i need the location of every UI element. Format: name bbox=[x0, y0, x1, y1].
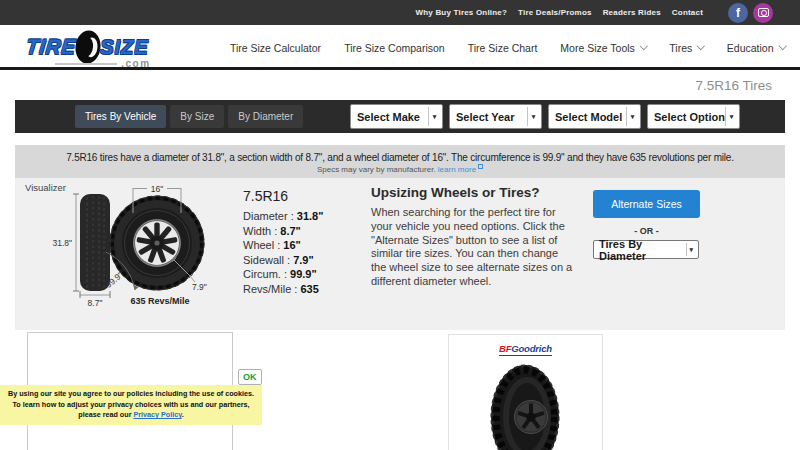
select-model[interactable]: Select Model ▾ bbox=[548, 104, 641, 129]
or-separator: - OR - bbox=[593, 226, 700, 236]
alternate-sizes-button[interactable]: Alternate Sizes bbox=[593, 190, 700, 218]
dropdown-arrow-icon: ▾ bbox=[725, 107, 737, 126]
tires-by-diameter-select[interactable]: Tires By Diameter ▾ bbox=[593, 240, 699, 259]
nav-tire-size-chart[interactable]: Tire Size Chart bbox=[468, 42, 538, 54]
dim-wheel-label: 16" bbox=[151, 184, 163, 194]
title-row: 7.5R16 Tires bbox=[0, 73, 772, 99]
spec-row-revs: Revs/Mile : 635 bbox=[243, 282, 323, 297]
spec-row-width: Width : 8.7" bbox=[243, 224, 323, 239]
tire-specs-list: 7.5R16 Diameter : 31.8" Width : 8.7" Whe… bbox=[243, 188, 323, 296]
visualizer-section: Visualizer 31.8" 8.7" bbox=[15, 178, 785, 330]
logo-text-tire: TIRE bbox=[25, 35, 77, 59]
logo-tire-icon bbox=[73, 29, 102, 66]
nav-tires[interactable]: Tires bbox=[669, 42, 703, 54]
search-tabs: Tires By Vehicle By Size By Diameter bbox=[75, 100, 303, 133]
select-year[interactable]: Select Year ▾ bbox=[449, 104, 542, 129]
page-root: Why Buy Tires Online? Tire Deals/Promos … bbox=[0, 0, 800, 450]
chevron-down-icon bbox=[778, 42, 786, 50]
dropdown-arrow-icon: ▾ bbox=[428, 107, 440, 126]
spec-row-circumference: Circum. : 99.9" bbox=[243, 267, 323, 282]
tiresize-logo[interactable]: TIRE SIZE .com bbox=[26, 30, 149, 64]
external-link-icon bbox=[478, 164, 483, 169]
upsizing-title: Upsizing Wheels or Tires? bbox=[371, 185, 576, 200]
nav-tire-size-comparison[interactable]: Tire Size Comparison bbox=[344, 42, 445, 54]
nav-tire-size-calculator[interactable]: Tire Size Calculator bbox=[230, 42, 321, 54]
spec-row-sidewall: Sidewall : 7.9" bbox=[243, 253, 323, 268]
learn-more-link[interactable]: learn more bbox=[438, 165, 476, 174]
tab-tires-by-vehicle[interactable]: Tires By Vehicle bbox=[75, 105, 166, 128]
logo-text-size: SIZE bbox=[100, 35, 149, 58]
revs-per-mile-label: 635 Revs/Mile bbox=[130, 296, 189, 306]
tire-side-view-image bbox=[80, 194, 110, 291]
search-toolbar: Tires By Vehicle By Size By Diameter Sel… bbox=[15, 100, 785, 133]
logo-swoosh bbox=[55, 63, 117, 65]
tire-summary-band: 7.5R16 tires have a diameter of 31.8", a… bbox=[15, 145, 785, 178]
dropdown-arrow-icon: ▾ bbox=[626, 107, 638, 126]
topbar-link-contact[interactable]: Contact bbox=[672, 8, 703, 17]
vehicle-selects: Select Make ▾ Select Year ▾ Select Model… bbox=[350, 104, 740, 129]
tab-by-diameter[interactable]: By Diameter bbox=[228, 105, 303, 128]
chevron-down-icon bbox=[640, 42, 648, 50]
topbar-link-deals[interactable]: Tire Deals/Promos bbox=[518, 8, 592, 17]
nav-education[interactable]: Education bbox=[727, 42, 785, 54]
tire-size-title: 7.5R16 bbox=[243, 188, 323, 204]
main-header: TIRE SIZE .com Tire Size Calculator Tire… bbox=[0, 25, 800, 70]
dropdown-arrow-icon: ▾ bbox=[527, 107, 539, 126]
tire-summary-text: 7.5R16 tires have a diameter of 31.8", a… bbox=[15, 152, 785, 163]
privacy-policy-link[interactable]: Privacy Policy bbox=[133, 410, 181, 419]
select-make[interactable]: Select Make ▾ bbox=[350, 104, 443, 129]
camera-icon bbox=[758, 8, 769, 17]
cookie-consent-banner: By using our site you agree to our polic… bbox=[0, 385, 262, 425]
specs-disclaimer: Specs may vary by manufacturer. learn mo… bbox=[15, 165, 785, 174]
topbar-link-why-buy[interactable]: Why Buy Tires Online? bbox=[415, 8, 507, 17]
bfgoodrich-ad-card[interactable]: BFGoodrich bbox=[448, 334, 603, 450]
facebook-icon[interactable]: f bbox=[728, 3, 748, 23]
topbar-link-readers-rides[interactable]: Readers Rides bbox=[603, 8, 661, 17]
top-utility-bar: Why Buy Tires Online? Tire Deals/Promos … bbox=[0, 0, 800, 25]
tab-by-size[interactable]: By Size bbox=[170, 105, 224, 128]
instagram-icon[interactable] bbox=[753, 3, 773, 23]
dim-width-label: 8.7" bbox=[88, 298, 103, 308]
spec-row-diameter: Diameter : 31.8" bbox=[243, 209, 323, 224]
dim-sidewall-label: 7.9" bbox=[192, 282, 207, 292]
spec-row-wheel: Wheel : 16" bbox=[243, 238, 323, 253]
bfgoodrich-tire-image bbox=[481, 359, 571, 450]
tire-visualizer-image: 31.8" 8.7" bbox=[20, 183, 230, 308]
main-nav: Tire Size Calculator Tire Size Compariso… bbox=[230, 25, 785, 70]
bfgoodrich-logo: BFGoodrich bbox=[499, 343, 552, 356]
dropdown-arrow-icon: ▾ bbox=[686, 243, 696, 256]
cookie-ok-button[interactable]: OK bbox=[238, 369, 262, 385]
chevron-down-icon bbox=[697, 42, 705, 50]
dim-diameter-label: 31.8" bbox=[52, 238, 72, 248]
nav-more-size-tools[interactable]: More Size Tools bbox=[560, 42, 646, 54]
select-option[interactable]: Select Option ▾ bbox=[647, 104, 740, 129]
cookie-text: By using our site you agree to our polic… bbox=[8, 389, 254, 419]
upsizing-body: When searching for the perfect tire for … bbox=[371, 206, 576, 289]
logo-text-com: .com bbox=[121, 58, 150, 69]
upsizing-info: Upsizing Wheels or Tires? When searching… bbox=[371, 185, 576, 289]
page-title: 7.5R16 Tires bbox=[695, 78, 772, 93]
